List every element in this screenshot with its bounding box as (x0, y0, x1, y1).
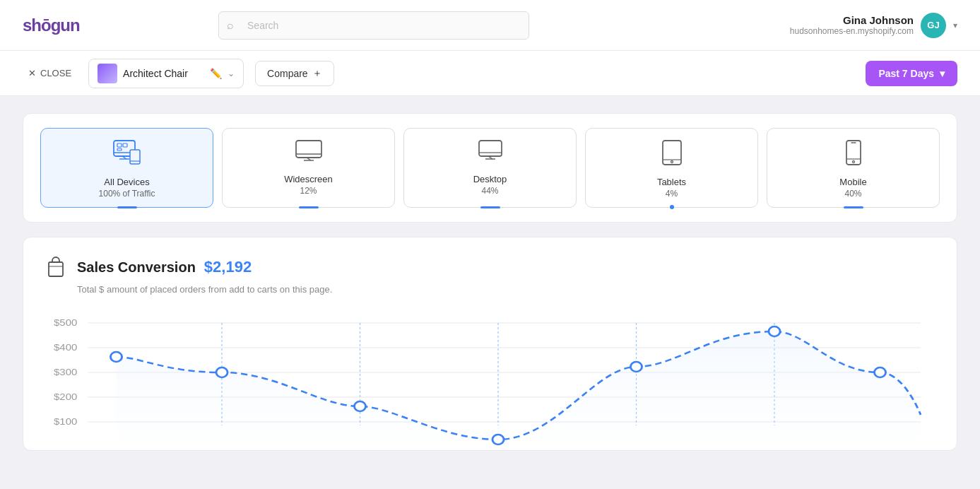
chart-point-3 (354, 401, 365, 411)
device-card-all[interactable]: All Devices 100% of Traffic (40, 128, 213, 208)
edit-icon[interactable]: ✏️ (210, 68, 222, 79)
svg-point-18 (671, 161, 673, 163)
compare-plus-icon: ＋ (312, 67, 322, 80)
tablets-indicator (670, 205, 674, 209)
mobile-icon (846, 140, 861, 171)
chart-point-6 (769, 326, 780, 336)
compare-label: Compare (267, 68, 308, 79)
compare-button[interactable]: Compare ＋ (255, 61, 334, 86)
desktop-icon (477, 140, 504, 168)
svg-text:$500: $500 (54, 317, 77, 328)
tablets-pct: 4% (666, 189, 678, 199)
svg-rect-9 (296, 141, 321, 158)
top-nav: shōgun ⌕ Gina Johnson hudsonhomes-en.mys… (0, 0, 980, 51)
device-cards: All Devices 100% of Traffic Widescreen 1… (40, 128, 940, 208)
widescreen-name: Widescreen (284, 174, 333, 184)
date-range-button[interactable]: Past 7 Days ▾ (866, 61, 957, 86)
mobile-indicator (844, 206, 863, 208)
user-info: Gina Johnson hudsonhomes-en.myshopify.co… (790, 14, 914, 36)
sales-header: Sales Conversion $2,192 (43, 254, 937, 280)
page-dropdown-icon[interactable]: ⌄ (228, 69, 235, 78)
sales-subtitle: Total $ amount of placed orders from add… (77, 284, 937, 295)
logo: shōgun (23, 16, 80, 35)
chart-point-1 (110, 352, 122, 362)
sales-conversion-card: Sales Conversion $2,192 Total $ amount o… (23, 237, 957, 451)
svg-rect-4 (130, 150, 140, 164)
avatar[interactable]: GJ (921, 13, 946, 38)
close-icon: ✕ (28, 68, 36, 78)
date-chevron-icon: ▾ (940, 68, 945, 79)
mobile-pct: 40% (844, 189, 861, 199)
device-card-mobile[interactable]: Mobile 40% (767, 128, 940, 208)
tablet-icon (662, 140, 682, 171)
chevron-down-icon[interactable]: ▾ (953, 20, 957, 30)
user-menu: Gina Johnson hudsonhomes-en.myshopify.co… (790, 13, 957, 38)
page-thumbnail (98, 64, 117, 83)
main-content: All Devices 100% of Traffic Widescreen 1… (0, 96, 980, 489)
all-devices-pct: 100% of Traffic (99, 189, 155, 199)
svg-rect-13 (479, 141, 502, 156)
search-container: ⌕ (218, 11, 529, 40)
page-name: Architect Chair (123, 68, 204, 79)
svg-point-21 (852, 161, 854, 163)
svg-rect-7 (123, 143, 127, 147)
sales-chart: $500 $400 $300 $200 $100 (43, 309, 937, 450)
search-input[interactable] (218, 11, 529, 40)
sales-amount: $2,192 (204, 258, 252, 276)
device-card-desktop[interactable]: Desktop 44% (403, 128, 577, 208)
user-name: Gina Johnson (790, 14, 914, 26)
svg-rect-6 (117, 143, 122, 147)
date-label: Past 7 Days (878, 68, 934, 79)
device-card-widescreen[interactable]: Widescreen 12% (222, 128, 395, 208)
mobile-name: Mobile (839, 177, 866, 187)
svg-text:$300: $300 (54, 367, 77, 377)
page-selector[interactable]: Architect Chair ✏️ ⌄ (88, 59, 244, 88)
close-label: CLOSE (40, 68, 71, 78)
chart-point-2 (216, 367, 228, 377)
sales-icon (43, 254, 69, 280)
device-cards-container: All Devices 100% of Traffic Widescreen 1… (23, 113, 957, 223)
svg-rect-24 (49, 262, 63, 276)
desktop-pct: 44% (481, 186, 498, 196)
user-shop: hudsonhomes-en.myshopify.com (790, 26, 914, 36)
close-button[interactable]: ✕ CLOSE (23, 65, 77, 81)
widescreen-pct: 12% (300, 186, 317, 196)
device-card-tablets[interactable]: Tablets 4% (585, 128, 758, 208)
svg-text:$200: $200 (54, 391, 77, 402)
svg-text:$400: $400 (54, 342, 77, 353)
chart-point-4 (492, 435, 504, 444)
all-devices-indicator (117, 206, 137, 208)
toolbar: ✕ CLOSE Architect Chair ✏️ ⌄ Compare ＋ P… (0, 51, 980, 96)
search-icon: ⌕ (227, 19, 234, 32)
svg-text:$100: $100 (54, 416, 77, 427)
chart-point-7 (874, 367, 885, 377)
all-devices-icon (113, 140, 141, 171)
chart-point-5 (630, 362, 642, 372)
widescreen-icon (295, 140, 322, 168)
desktop-indicator (480, 206, 500, 208)
desktop-name: Desktop (473, 174, 507, 184)
widescreen-indicator (299, 206, 319, 208)
all-devices-name: All Devices (104, 177, 149, 187)
svg-rect-8 (117, 148, 122, 151)
chart-svg: $500 $400 $300 $200 $100 (43, 309, 937, 450)
sales-title: Sales Conversion (77, 259, 196, 276)
tablets-name: Tablets (657, 177, 686, 187)
